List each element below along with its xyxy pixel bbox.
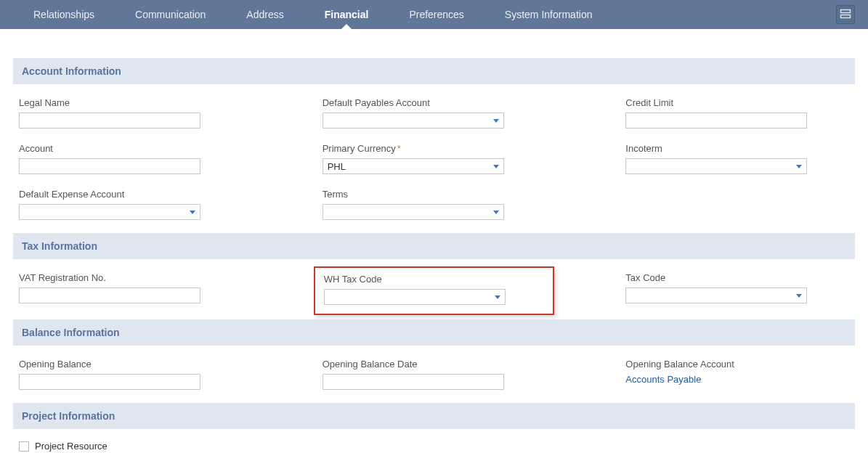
field-credit-limit: Credit Limit <box>625 97 849 128</box>
default-expense-account-select[interactable] <box>19 204 200 220</box>
tab-financial[interactable]: Financial <box>304 0 389 29</box>
section-header: Account Information <box>13 58 855 84</box>
tab-label: Relationships <box>33 9 94 20</box>
tab-bar: Relationships Communication Address Fina… <box>0 0 868 29</box>
field-account: Account <box>19 143 243 174</box>
terms-select[interactable] <box>323 204 504 220</box>
section-project-information: Project Information Project Resource <box>13 403 855 453</box>
credit-limit-input[interactable] <box>625 113 807 128</box>
highlight-box: WH Tax Code <box>314 266 555 315</box>
section-title: Project Information <box>22 410 115 422</box>
section-header: Tax Information <box>13 233 855 259</box>
label-text: Primary Currency <box>323 143 396 154</box>
field-vat-registration-no: VAT Registration No. <box>19 272 243 306</box>
project-resource-checkbox[interactable] <box>19 441 29 452</box>
field-label: Opening Balance Account <box>625 359 849 370</box>
vat-registration-no-input[interactable] <box>19 287 200 303</box>
field-default-expense-account: Default Expense Account <box>19 189 243 220</box>
svg-rect-1 <box>841 15 851 17</box>
opening-balance-account-link[interactable]: Accounts Payable <box>625 374 701 385</box>
field-incoterm: Incoterm <box>625 143 849 174</box>
section-account-information: Account Information Legal Name Default P… <box>13 58 855 233</box>
tab-label: Financial <box>325 9 369 20</box>
field-terms: Terms <box>323 189 546 220</box>
field-label: Incoterm <box>625 143 849 154</box>
field-opening-balance-account: Opening Balance Account Accounts Payable <box>625 359 849 390</box>
section-tax-information: Tax Information VAT Registration No. WH … <box>13 233 855 319</box>
field-label: Account <box>19 143 243 154</box>
tab-label: System Information <box>505 9 593 20</box>
incoterm-select[interactable] <box>625 158 807 174</box>
tab-communication[interactable]: Communication <box>115 0 226 29</box>
field-opening-balance-date: Opening Balance Date <box>323 359 546 390</box>
default-payables-account-select[interactable] <box>323 113 504 128</box>
field-legal-name: Legal Name <box>19 97 243 128</box>
section-title: Account Information <box>22 65 121 77</box>
field-default-payables-account: Default Payables Account <box>323 97 546 128</box>
field-label: Default Expense Account <box>19 189 243 200</box>
field-label: WH Tax Code <box>324 274 545 285</box>
field-label: Opening Balance Date <box>323 359 546 370</box>
field-project-resource: Project Resource <box>19 441 849 452</box>
svg-rect-0 <box>841 9 851 12</box>
field-tax-code: Tax Code <box>625 272 849 306</box>
opening-balance-input[interactable] <box>19 374 200 390</box>
section-title: Tax Information <box>22 240 97 252</box>
layout-icon <box>840 8 851 22</box>
checkbox-label: Project Resource <box>35 441 108 452</box>
chevron-down-icon <box>495 295 500 299</box>
tab-label: Preferences <box>409 9 463 20</box>
tab-system-information[interactable]: System Information <box>484 0 613 29</box>
field-primary-currency: Primary Currency* PHL <box>323 143 546 174</box>
section-header: Project Information <box>13 403 855 429</box>
wh-tax-code-select[interactable] <box>324 289 506 305</box>
field-label: Credit Limit <box>625 97 849 108</box>
field-label: Default Payables Account <box>323 97 546 108</box>
field-wh-tax-code: WH Tax Code <box>323 272 546 306</box>
field-label: Primary Currency* <box>323 143 546 154</box>
field-label: Tax Code <box>625 272 849 283</box>
select-value: PHL <box>328 161 346 172</box>
tab-address[interactable]: Address <box>226 0 304 29</box>
field-opening-balance: Opening Balance <box>19 359 243 390</box>
field-label: Opening Balance <box>19 359 243 370</box>
section-title: Balance Information <box>22 327 120 338</box>
tab-label: Communication <box>135 9 206 20</box>
field-label: Legal Name <box>19 97 243 108</box>
section-balance-information: Balance Information Opening Balance Open… <box>13 319 855 403</box>
chevron-down-icon <box>190 211 195 214</box>
opening-balance-date-input[interactable] <box>323 374 504 390</box>
section-header: Balance Information <box>13 319 855 346</box>
tab-relationships[interactable]: Relationships <box>13 0 115 29</box>
layout-toggle-button[interactable] <box>836 5 855 24</box>
chevron-down-icon <box>493 211 499 214</box>
chevron-down-icon <box>796 294 802 298</box>
primary-currency-select[interactable]: PHL <box>323 158 504 174</box>
tab-preferences[interactable]: Preferences <box>389 0 484 29</box>
account-input[interactable] <box>19 158 200 174</box>
field-label: Terms <box>323 189 546 200</box>
legal-name-input[interactable] <box>19 113 200 128</box>
required-indicator: * <box>397 143 401 154</box>
tax-code-select[interactable] <box>625 287 807 303</box>
chevron-down-icon <box>796 165 802 168</box>
chevron-down-icon <box>493 165 499 168</box>
field-label: VAT Registration No. <box>19 272 243 283</box>
chevron-down-icon <box>493 119 499 123</box>
tab-label: Address <box>246 9 283 20</box>
